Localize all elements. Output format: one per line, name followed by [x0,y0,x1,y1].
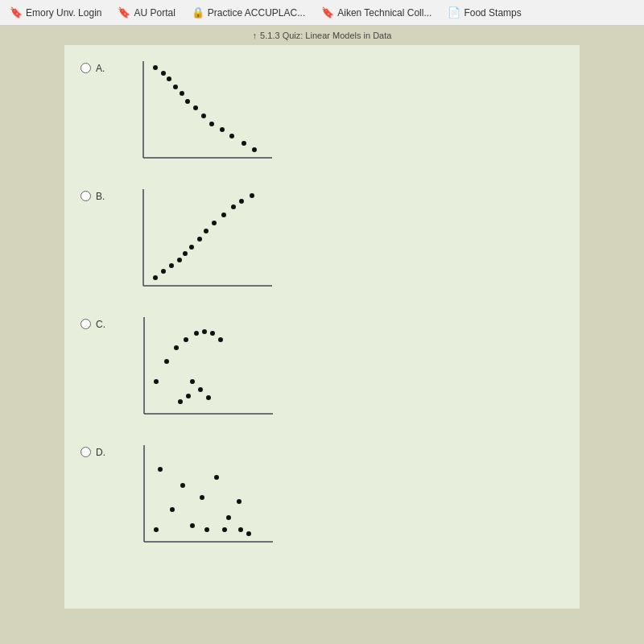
option-d-letter: D. [96,447,105,458]
svg-point-49 [180,483,185,488]
svg-point-59 [238,527,243,532]
svg-point-34 [174,345,179,350]
svg-point-13 [242,141,246,146]
svg-point-19 [169,263,174,268]
svg-point-6 [180,91,184,96]
svg-point-24 [204,229,208,233]
bookmark-aiken[interactable]: 🔖 Aiken Technical Coll... [315,4,438,21]
svg-point-8 [193,105,198,110]
svg-point-29 [250,193,254,198]
scatter-plot-c [112,309,289,434]
svg-point-41 [198,387,203,392]
content-panel: A. [64,45,580,609]
bookmark-accuplacer[interactable]: 🔒 Practice ACCUPLAC... [185,4,312,21]
bookmark-au-portal[interactable]: 🔖 AU Portal [111,4,181,21]
svg-point-5 [173,85,178,89]
svg-point-55 [237,499,242,504]
svg-point-52 [154,527,159,532]
svg-point-14 [252,147,257,152]
svg-point-51 [200,495,204,500]
emory-label: Emory Unv. Login [26,7,101,19]
svg-point-42 [206,395,211,400]
quiz-title: 5.1.3 Quiz: Linear Models in Data [260,31,391,40]
svg-point-7 [185,99,190,104]
au-label: AU Portal [134,7,175,19]
option-d-container: D. [80,437,564,562]
svg-point-9 [201,114,206,118]
svg-point-35 [184,337,188,342]
svg-point-23 [197,237,202,242]
option-c-container: C. [80,309,564,434]
svg-point-28 [239,199,244,204]
emory-icon: 🔖 [10,6,23,19]
option-a-radio-label: A. [80,53,105,74]
accuplacer-label: Practice ACCUPLAC... [208,7,305,19]
option-a-letter: A. [96,63,105,74]
food-stamps-icon: 📄 [448,6,460,19]
option-b-letter: B. [96,191,105,202]
aiken-label: Aiken Technical Coll... [337,7,431,19]
svg-point-54 [226,515,231,520]
option-b-radio[interactable] [80,191,91,201]
svg-point-37 [202,329,207,334]
option-c-letter: C. [96,319,105,330]
option-c-radio-label: C. [80,309,105,330]
svg-point-11 [220,127,225,132]
bookmark-emory[interactable]: 🔖 Emory Unv. Login [3,4,108,21]
svg-point-56 [246,531,251,536]
svg-point-27 [231,204,236,209]
svg-point-38 [210,331,215,336]
svg-point-17 [153,275,158,280]
svg-point-22 [189,245,194,250]
svg-point-40 [190,379,195,384]
svg-point-39 [218,337,223,342]
bookmark-bar: 🔖 Emory Unv. Login 🔖 AU Portal 🔒 Practic… [0,0,644,26]
breadcrumb-icon: ↑ [253,31,258,40]
svg-point-2 [153,65,158,70]
svg-point-53 [214,475,219,480]
option-a-container: A. [80,53,564,178]
svg-point-3 [161,71,166,76]
svg-point-32 [154,379,159,384]
quiz-header: ↑ 5.1.3 Quiz: Linear Models in Data [0,26,644,45]
bookmark-food-stamps[interactable]: 📄 Food Stamps [441,4,527,21]
svg-point-33 [164,359,169,364]
option-b-container: B. [80,181,564,306]
main-content: ↑ 5.1.3 Quiz: Linear Models in Data A. [0,26,644,644]
food-stamps-label: Food Stamps [464,7,521,19]
scatter-plot-a [111,53,288,178]
option-d-radio-label: D. [80,437,105,458]
svg-point-25 [212,221,217,225]
svg-point-4 [167,76,171,81]
au-icon: 🔖 [118,6,130,19]
scatter-plot-b [111,181,288,306]
option-a-radio[interactable] [80,63,91,73]
svg-point-44 [178,399,183,404]
option-c-radio[interactable] [80,319,91,329]
svg-point-21 [183,251,188,256]
svg-point-43 [186,394,191,398]
option-d-radio[interactable] [80,447,91,457]
svg-point-18 [161,269,166,274]
svg-point-12 [229,134,234,138]
svg-point-50 [190,523,195,528]
svg-point-48 [170,507,175,512]
svg-point-36 [194,331,199,336]
svg-point-10 [209,122,214,126]
scatter-plot-d [112,437,289,562]
accuplacer-icon: 🔒 [192,6,204,19]
option-b-radio-label: B. [80,181,105,202]
svg-point-57 [204,527,209,532]
svg-point-47 [158,467,163,472]
aiken-icon: 🔖 [321,6,334,19]
svg-point-58 [222,527,227,532]
svg-point-20 [177,258,182,262]
svg-point-26 [221,213,226,217]
